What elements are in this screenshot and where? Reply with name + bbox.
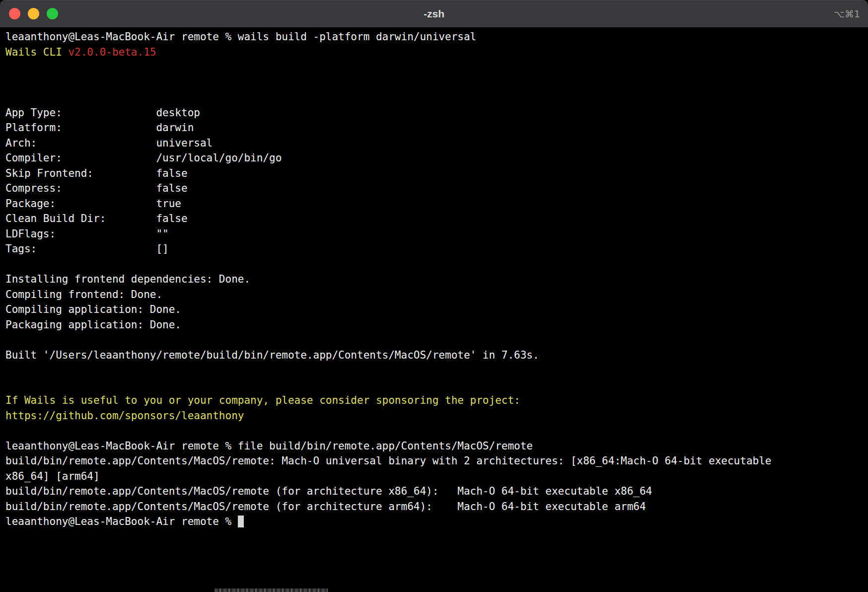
terminal-line: https://github.com/sponsors/leaanthony	[5, 408, 864, 424]
terminal-line	[5, 332, 864, 348]
traffic-lights	[0, 8, 58, 19]
terminal-line	[5, 423, 864, 439]
terminal-line: Compiling frontend: Done.	[5, 287, 864, 302]
terminal-line: LDFlags: ""	[5, 226, 864, 242]
terminal-line: build/bin/remote.app/Contents/MacOS/remo…	[5, 499, 864, 515]
terminal-line: Package: true	[5, 196, 864, 212]
terminal-line: leaanthony@Leas-MacBook-Air remote %	[5, 514, 864, 529]
terminal-line: Compiling application: Done.	[5, 302, 864, 317]
terminal-line	[5, 378, 864, 393]
minimize-button[interactable]	[28, 8, 39, 19]
terminal-line: App Type: desktop	[5, 105, 864, 121]
terminal-line	[5, 257, 864, 272]
terminal-line: Compress: false	[5, 181, 864, 196]
zoom-button[interactable]	[47, 8, 58, 19]
terminal-cursor	[238, 516, 244, 527]
window-shortcut-badge: ⌥⌘1	[834, 0, 860, 27]
terminal-line: Skip Frontend: false	[5, 166, 864, 181]
terminal-line: Clean Build Dir: false	[5, 211, 864, 226]
terminal-line: leaanthony@Leas-MacBook-Air remote % wai…	[5, 29, 864, 45]
terminal-line: x86_64] [arm64]	[5, 469, 864, 484]
background-window-edge	[215, 589, 328, 592]
terminal-line	[5, 90, 864, 105]
terminal-line: Compiler: /usr/local/go/bin/go	[5, 150, 864, 166]
terminal-line	[5, 363, 864, 378]
terminal-line: Platform: darwin	[5, 120, 864, 136]
close-button[interactable]	[9, 8, 20, 19]
terminal-line	[5, 60, 864, 75]
terminal-line: Arch: universal	[5, 136, 864, 151]
terminal-screen[interactable]: leaanthony@Leas-MacBook-Air remote % wai…	[0, 28, 868, 529]
terminal-line: Wails CLI v2.0.0-beta.15	[5, 45, 864, 60]
terminal-line: Tags: []	[5, 241, 864, 257]
terminal-line: leaanthony@Leas-MacBook-Air remote % fil…	[5, 439, 864, 454]
terminal-line: build/bin/remote.app/Contents/MacOS/remo…	[5, 484, 864, 499]
terminal-window: -zsh ⌥⌘1 leaanthony@Leas-MacBook-Air rem…	[0, 0, 868, 592]
terminal-line	[5, 75, 864, 90]
terminal-line: If Wails is useful to you or your compan…	[5, 393, 864, 408]
terminal-line: Packaging application: Done.	[5, 317, 864, 333]
terminal-line: build/bin/remote.app/Contents/MacOS/remo…	[5, 453, 864, 469]
terminal-line: Installing frontend dependencies: Done.	[5, 272, 864, 287]
window-titlebar[interactable]: -zsh ⌥⌘1	[0, 0, 868, 28]
terminal-line: Built '/Users/leaanthony/remote/build/bi…	[5, 348, 864, 363]
window-title: -zsh	[0, 0, 868, 27]
